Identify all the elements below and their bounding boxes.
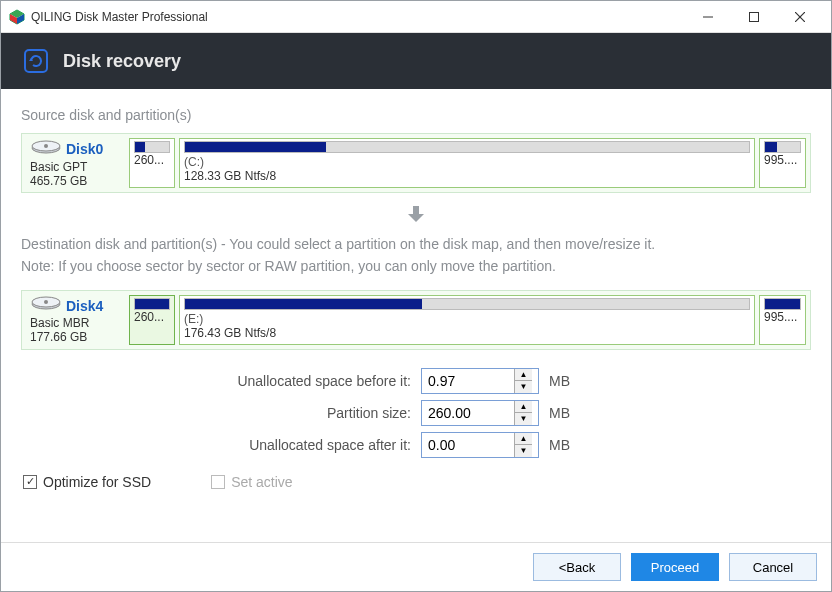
close-button[interactable] (777, 1, 823, 33)
page-title: Disk recovery (63, 51, 181, 72)
back-button[interactable]: <Back (533, 553, 621, 581)
partition-form: Unallocated space before it: ▲▼ MB Parti… (21, 368, 811, 458)
recovery-icon (23, 48, 49, 74)
optimize-ssd-label: Optimize for SSD (43, 474, 151, 490)
partition-sublabel: 260... (134, 153, 170, 167)
unit-label: MB (549, 405, 570, 421)
partition-sublabel: 995.... (764, 310, 801, 324)
minimize-button[interactable] (685, 1, 731, 33)
destination-hint-line1: Destination disk and partition(s) - You … (21, 233, 811, 255)
source-disk-type: Basic GPT (30, 160, 121, 174)
source-section-label: Source disk and partition(s) (21, 107, 811, 123)
partition-usage-bar (134, 298, 170, 310)
partition-usage-bar (134, 141, 170, 153)
partition-sublabel: 128.33 GB Ntfs/8 (184, 169, 750, 183)
partition-size-field[interactable] (422, 405, 514, 421)
app-window: QILING Disk Master Professional Disk rec… (0, 0, 832, 592)
row-unalloc-before: Unallocated space before it: ▲▼ MB (21, 368, 811, 394)
partition-sublabel: 995.... (764, 153, 801, 167)
titlebar: QILING Disk Master Professional (1, 1, 831, 33)
unit-label: MB (549, 373, 570, 389)
partition-sublabel: 176.43 GB Ntfs/8 (184, 326, 750, 340)
down-arrow-icon (21, 203, 811, 225)
footer-bar: <Back Proceed Cancel (1, 542, 831, 591)
row-unalloc-after: Unallocated space after it: ▲▼ MB (21, 432, 811, 458)
partition-usage-bar (764, 141, 801, 153)
spin-up-icon[interactable]: ▲ (515, 433, 532, 445)
window-controls (685, 1, 823, 33)
source-disk-map: Disk0 Basic GPT 465.75 GB 260...(C:)128.… (21, 133, 811, 193)
partition-box[interactable]: 260... (129, 295, 175, 345)
svg-point-12 (44, 144, 48, 148)
destination-hint-line2: Note: If you choose sector by sector or … (21, 255, 811, 277)
cancel-button[interactable]: Cancel (729, 553, 817, 581)
set-active-checkbox: Set active (211, 474, 292, 490)
partition-box[interactable]: 995.... (759, 138, 806, 188)
spin-down-icon[interactable]: ▼ (515, 381, 532, 393)
checkbox-row: ✓ Optimize for SSD Set active (21, 474, 811, 490)
partition-box[interactable]: (E:)176.43 GB Ntfs/8 (179, 295, 755, 345)
checkbox-icon: ✓ (23, 475, 37, 489)
window-title: QILING Disk Master Professional (31, 10, 685, 24)
source-disk-name: Disk0 (66, 141, 103, 157)
hard-drive-icon (30, 295, 62, 316)
source-disk-identity: Disk0 Basic GPT 465.75 GB (26, 138, 125, 188)
spin-down-icon[interactable]: ▼ (515, 413, 532, 425)
partition-label: (E:) (184, 312, 750, 326)
input-unalloc-after[interactable]: ▲▼ (421, 432, 539, 458)
partition-box[interactable]: 260... (129, 138, 175, 188)
source-disk-size: 465.75 GB (30, 174, 121, 188)
partition-sublabel: 260... (134, 310, 170, 324)
partition-usage-bar (184, 298, 750, 310)
dest-disk-name: Disk4 (66, 298, 103, 314)
dest-disk-size: 177.66 GB (30, 330, 121, 344)
set-active-label: Set active (231, 474, 292, 490)
spin-down-icon[interactable]: ▼ (515, 445, 532, 457)
optimize-ssd-checkbox[interactable]: ✓ Optimize for SSD (23, 474, 151, 490)
partition-usage-bar (184, 141, 750, 153)
svg-rect-8 (25, 50, 47, 72)
partition-label: (C:) (184, 155, 750, 169)
unalloc-before-field[interactable] (422, 373, 514, 389)
partition-box[interactable]: 995.... (759, 295, 806, 345)
dest-disk-identity: Disk4 Basic MBR 177.66 GB (26, 295, 125, 345)
label-unalloc-before: Unallocated space before it: (21, 373, 421, 389)
svg-rect-5 (750, 12, 759, 21)
row-partition-size: Partition size: ▲▼ MB (21, 400, 811, 426)
svg-point-15 (44, 300, 48, 304)
unalloc-after-field[interactable] (422, 437, 514, 453)
unit-label: MB (549, 437, 570, 453)
page-header: Disk recovery (1, 33, 831, 89)
hard-drive-icon (30, 139, 62, 160)
input-partition-size[interactable]: ▲▼ (421, 400, 539, 426)
dest-disk-type: Basic MBR (30, 316, 121, 330)
maximize-button[interactable] (731, 1, 777, 33)
label-partition-size: Partition size: (21, 405, 421, 421)
input-unalloc-before[interactable]: ▲▼ (421, 368, 539, 394)
proceed-button[interactable]: Proceed (631, 553, 719, 581)
app-logo-icon (9, 9, 25, 25)
partition-box[interactable]: (C:)128.33 GB Ntfs/8 (179, 138, 755, 188)
content-area: Source disk and partition(s) Disk0 Basic… (1, 89, 831, 542)
label-unalloc-after: Unallocated space after it: (21, 437, 421, 453)
spin-up-icon[interactable]: ▲ (515, 401, 532, 413)
checkbox-icon (211, 475, 225, 489)
partition-usage-bar (764, 298, 801, 310)
destination-disk-map: Disk4 Basic MBR 177.66 GB 260...(E:)176.… (21, 290, 811, 350)
spin-up-icon[interactable]: ▲ (515, 369, 532, 381)
